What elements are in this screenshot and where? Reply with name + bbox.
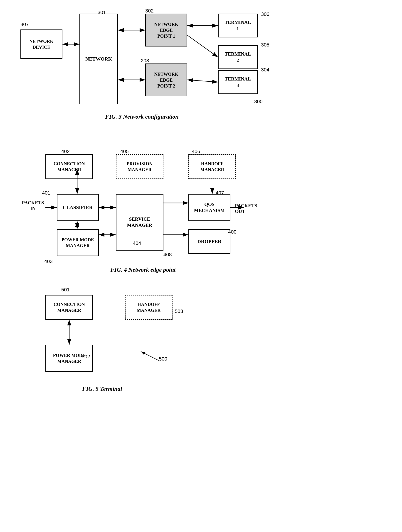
- annot-305: 305: [261, 42, 269, 48]
- annot-300: 300: [254, 99, 263, 105]
- svg-line-7: [187, 80, 218, 82]
- fig4-arrows: [0, 145, 402, 281]
- nep2-box: NETWORKEDGEPOINT 2: [145, 63, 187, 96]
- fig3-label: FIG. 3 Network configuration: [68, 113, 216, 120]
- terminal1-box: TERMINAL1: [218, 14, 258, 38]
- page: NETWORKDEVICE NETWORK NETWORKEDGEPOINT 1…: [0, 0, 402, 532]
- annot-307: 307: [20, 22, 29, 27]
- annot-304: 304: [261, 67, 269, 73]
- fig5-arrows: [0, 290, 402, 392]
- network-box: NETWORK: [79, 14, 118, 104]
- terminal2-box: TERMINAL2: [218, 45, 258, 69]
- annot-302: 302: [145, 8, 154, 14]
- annot-306: 306: [261, 11, 269, 17]
- network-device-box: NETWORKDEVICE: [20, 30, 62, 59]
- nep1-box: NETWORKEDGEPOINT 1: [145, 14, 187, 46]
- fig5-label: FIG. 5 Terminal: [45, 386, 159, 392]
- svg-line-6: [187, 35, 218, 57]
- annot-303: 203: [141, 58, 149, 64]
- svg-line-23: [141, 351, 159, 361]
- terminal3-box: TERMINAL3: [218, 70, 258, 94]
- annot-301: 301: [97, 10, 106, 15]
